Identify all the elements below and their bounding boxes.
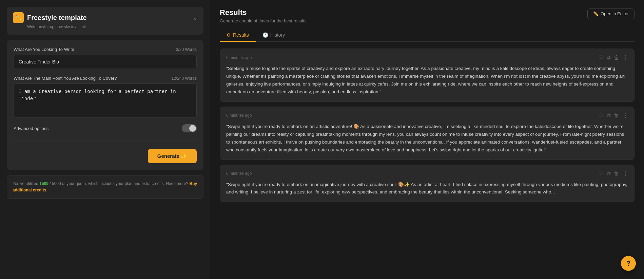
toggle-knob: [189, 125, 196, 132]
pen-icon: ✏️: [593, 11, 599, 16]
result-card-header: 0 minutes ago ♡ ⧉ 🗑 ⋮: [226, 112, 628, 119]
tab-history[interactable]: 🕐 History: [256, 29, 292, 42]
result-actions: ♡ ⧉ 🗑 ⋮: [599, 112, 628, 119]
history-tab-label: History: [270, 32, 285, 38]
quota-box: You've utilized 1509 / 5000 of your quot…: [7, 175, 203, 199]
copy-icon[interactable]: ⧉: [607, 55, 610, 61]
result-card-header: 0 minutes ago ♡ ⧉ 🗑 ⋮: [226, 54, 628, 61]
delete-icon[interactable]: 🗑: [614, 112, 619, 118]
left-panel: ✏️ Freestyle template Write anything, no…: [0, 0, 210, 279]
result-card: 0 minutes ago ♡ ⧉ 🗑 ⋮ "Swipe right if yo…: [220, 107, 635, 160]
right-panel: Results Generate couple of times for the…: [210, 0, 644, 279]
result-card-header: 0 minutes ago ♡ ⧉ 🗑 ⋮: [226, 170, 628, 177]
field1-input[interactable]: [14, 55, 197, 69]
results-tab-icon: ⚙: [227, 32, 231, 38]
result-actions: ♡ ⧉ 🗑 ⋮: [599, 170, 628, 177]
field1-header: What Are You Looking To Write 3/20 Words: [14, 47, 197, 52]
generate-button[interactable]: Generate ✨: [148, 149, 197, 163]
quota-total: 5000: [52, 181, 61, 186]
more-icon[interactable]: ⋮: [623, 54, 628, 61]
quota-suffix: of your quota, which includes your plan …: [61, 181, 189, 186]
open-editor-button[interactable]: ✏️ Open in Editor: [587, 8, 635, 19]
divider: [14, 141, 197, 141]
field1-group: What Are You Looking To Write 3/20 Words: [14, 47, 197, 69]
quota-separator: /: [48, 181, 52, 186]
results-subtitle: Generate couple of times for the best re…: [220, 18, 307, 23]
result-time: 0 minutes ago: [226, 113, 252, 118]
field2-header: What Are The Main Point You Are Looking …: [14, 76, 197, 81]
heart-icon[interactable]: ♡: [599, 170, 603, 177]
result-text: "Swipe right if you're ready to embark o…: [226, 181, 628, 197]
copy-icon[interactable]: ⧉: [607, 170, 610, 176]
template-header-left: ✏️ Freestyle template Write anything, no…: [13, 12, 87, 29]
quota-prefix: You've utilized: [13, 181, 39, 186]
advanced-row: Advanced options: [14, 124, 197, 132]
result-text: "Seeking a muse to ignite the sparks of …: [226, 65, 628, 96]
delete-icon[interactable]: 🗑: [614, 170, 619, 176]
field1-label: What Are You Looking To Write: [14, 47, 74, 52]
field2-label: What Are The Main Point You Are Looking …: [14, 76, 117, 81]
template-title: Freestyle template: [27, 14, 87, 22]
help-button[interactable]: ?: [621, 256, 636, 271]
template-subtitle: Write anything, now sky is a limit: [27, 24, 87, 29]
result-time: 0 minutes ago: [226, 55, 252, 60]
results-title: Results: [220, 8, 307, 17]
open-editor-label: Open in Editor: [601, 11, 629, 16]
result-card: 0 minutes ago ♡ ⧉ 🗑 ⋮ "Swipe right if yo…: [220, 165, 635, 202]
history-tab-icon: 🕐: [262, 32, 268, 38]
results-header: Results Generate couple of times for the…: [220, 8, 635, 23]
field1-wordcount: 3/20 Words: [176, 47, 197, 52]
advanced-toggle[interactable]: [182, 124, 197, 132]
result-text: "Swipe right if you're ready to embark o…: [226, 123, 628, 154]
more-icon[interactable]: ⋮: [623, 112, 628, 119]
advanced-label: Advanced options: [14, 126, 48, 131]
template-icon: ✏️: [13, 12, 24, 23]
form-panel: What Are You Looking To Write 3/20 Words…: [7, 40, 203, 170]
more-icon[interactable]: ⋮: [623, 170, 628, 177]
template-header: ✏️ Freestyle template Write anything, no…: [7, 7, 203, 35]
tabs-row: ⚙ Results 🕐 History: [220, 29, 635, 42]
field2-textarea[interactable]: [14, 83, 197, 117]
heart-icon[interactable]: ♡: [599, 54, 603, 61]
results-tab-label: Results: [233, 32, 249, 38]
results-list: 0 minutes ago ♡ ⧉ 🗑 ⋮ "Seeking a muse to…: [220, 49, 635, 271]
copy-icon[interactable]: ⧉: [607, 112, 610, 118]
collapse-icon[interactable]: ⌃: [192, 17, 197, 24]
result-card: 0 minutes ago ♡ ⧉ 🗑 ⋮ "Seeking a muse to…: [220, 49, 635, 102]
quota-used: 1509: [39, 181, 48, 186]
results-header-text: Results Generate couple of times for the…: [220, 8, 307, 23]
field2-wordcount: 12/240 Words: [172, 76, 197, 81]
result-actions: ♡ ⧉ 🗑 ⋮: [599, 54, 628, 61]
heart-icon[interactable]: ♡: [599, 112, 603, 119]
field2-group: What Are The Main Point You Are Looking …: [14, 76, 197, 117]
template-title-row: ✏️ Freestyle template: [13, 12, 87, 23]
delete-icon[interactable]: 🗑: [614, 55, 619, 61]
tab-results[interactable]: ⚙ Results: [220, 29, 256, 42]
result-time: 0 minutes ago: [226, 171, 252, 176]
